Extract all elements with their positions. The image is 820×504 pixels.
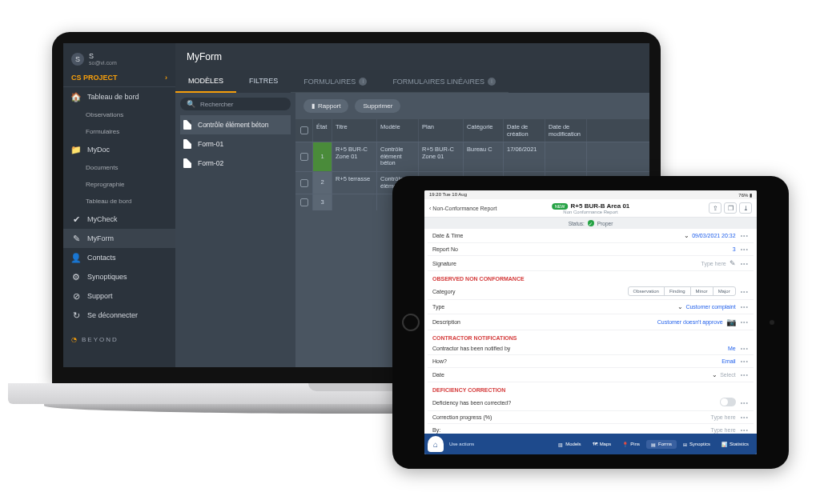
toggle[interactable]: [720, 398, 736, 406]
row-progress[interactable]: Correction progress (%) Type here •••: [428, 411, 754, 424]
pencil-icon[interactable]: ✎: [730, 259, 736, 267]
tab-formulaires[interactable]: FORMULAIRESi: [291, 70, 380, 93]
more-icon[interactable]: •••: [741, 414, 749, 420]
model-item[interactable]: Form-02: [180, 154, 291, 173]
cell: R+5 BUR-C Zone 01: [332, 142, 377, 171]
row-report-no[interactable]: Report No 3 •••: [428, 243, 754, 256]
more-icon[interactable]: •••: [741, 233, 749, 238]
info-icon: i: [359, 78, 367, 86]
sidebar-item-label: Tableau de bord: [87, 93, 139, 101]
row-notified-by[interactable]: Contractor has been notified by Me •••: [428, 342, 754, 355]
back-button[interactable]: ‹ Non-Conformance Report: [429, 206, 497, 211]
tab-filtres[interactable]: FILTRES: [236, 70, 291, 93]
sidebar-item[interactable]: 👤Contacts: [63, 248, 175, 267]
more-icon[interactable]: •••: [741, 261, 749, 266]
segment-option[interactable]: Finding: [665, 287, 691, 295]
checkbox[interactable]: [300, 198, 308, 206]
project-selector[interactable]: CS PROJECT›: [63, 69, 175, 87]
row-signature[interactable]: Signature Type here ✎ •••: [428, 256, 754, 271]
sidebar-item[interactable]: ⊘Support: [63, 286, 175, 306]
nav-icon: ⚙: [71, 272, 81, 282]
segment-option[interactable]: Major: [713, 287, 735, 295]
nav-label: Models: [565, 442, 581, 446]
sidebar-item[interactable]: Formulaires: [63, 123, 175, 140]
user-block[interactable]: S S so@vi.com: [63, 50, 175, 69]
segment-option[interactable]: Observation: [629, 287, 665, 295]
table-header: ÉtatTitreModèlePlanCatégorieDate de créa…: [295, 119, 649, 142]
cell: R+5 terrasse: [332, 172, 377, 194]
sidebar-item[interactable]: ⚙Synoptiques: [63, 267, 175, 286]
sidebar-item[interactable]: Documents: [63, 159, 175, 176]
sidebar-item[interactable]: 🏠Tableau de bord: [63, 87, 175, 106]
section-observed: OBSERVED NON CONFORMANCE: [428, 271, 754, 283]
column-header: Plan: [419, 119, 464, 142]
nav-label: Statistics: [730, 442, 749, 446]
download-button[interactable]: ⤓: [739, 202, 752, 214]
bottom-nav-item[interactable]: ▤Forms: [646, 440, 677, 449]
sidebar-item[interactable]: ✎MyForm: [63, 229, 175, 248]
column-header: Catégorie: [464, 119, 504, 142]
search-placeholder: Rechercher: [200, 101, 233, 108]
ios-status-bar: 19:20 Tue 10 Aug76% ▮: [424, 190, 757, 199]
column-header: Date de modification: [545, 119, 587, 142]
home-button[interactable]: [402, 314, 420, 331]
bottom-nav-item[interactable]: 🗺Maps: [588, 440, 617, 449]
models-column: 🔍 Rechercher Contrôle élément bétonForm-…: [175, 93, 295, 367]
more-icon[interactable]: •••: [741, 358, 749, 364]
more-icon[interactable]: •••: [741, 246, 749, 252]
model-item[interactable]: Contrôle élément béton: [180, 115, 291, 134]
segment-option[interactable]: Minor: [691, 287, 713, 295]
nav-icon: ✔: [71, 214, 81, 224]
row-date-time[interactable]: Date & Time ⌄09/03/2021 20:32 •••: [428, 229, 754, 243]
avatar: S: [71, 53, 84, 66]
category-segmented[interactable]: ObservationFindingMinorMajor: [628, 286, 736, 296]
cell: Contrôle élément béton: [377, 142, 419, 171]
nav-home[interactable]: ⌂: [428, 436, 444, 452]
row-description[interactable]: Description Customer doesn't approve 📷 •…: [428, 314, 754, 330]
nav-label: Synoptics: [689, 442, 710, 446]
checkbox[interactable]: [300, 153, 308, 161]
rapport-button[interactable]: ▮ Rapport: [303, 99, 348, 113]
collapse-label: Use actions: [447, 442, 474, 446]
more-icon[interactable]: •••: [741, 346, 749, 351]
model-item[interactable]: Form-01: [180, 134, 291, 154]
sidebar-item[interactable]: 📁MyDoc: [63, 140, 175, 159]
brand: ◔ BEYOND: [63, 325, 175, 343]
row-corrected[interactable]: Deficiency has been corrected? •••: [428, 394, 754, 411]
share-button[interactable]: ⇪: [709, 202, 722, 214]
row-type[interactable]: Type ⌄Customer complaint •••: [428, 300, 754, 314]
more-icon[interactable]: •••: [741, 427, 749, 433]
row-how[interactable]: How? Email •••: [428, 355, 754, 368]
sidebar-item[interactable]: Tableau de bord: [63, 193, 175, 210]
table-row[interactable]: 1R+5 BUR-C Zone 01Contrôle élément béton…: [295, 142, 649, 171]
sidebar-item[interactable]: Reprographie: [63, 176, 175, 193]
more-icon[interactable]: •••: [741, 372, 749, 378]
bottom-nav-item[interactable]: ▥Models: [553, 440, 585, 449]
sidebar-item-label: Support: [87, 292, 113, 300]
more-icon[interactable]: •••: [741, 400, 749, 406]
bottom-nav-item[interactable]: ⊞Synoptics: [678, 440, 715, 449]
more-icon[interactable]: •••: [741, 289, 749, 294]
row-notif-date[interactable]: Date ⌄Select •••: [428, 368, 754, 382]
more-icon[interactable]: •••: [741, 319, 749, 325]
sidebar-item[interactable]: Observations: [63, 106, 175, 123]
camera-icon[interactable]: 📷: [726, 318, 736, 326]
supprimer-button[interactable]: Supprimer: [355, 99, 400, 113]
sidebar-item[interactable]: ↻Se déconnecter: [63, 306, 175, 325]
bottom-nav-item[interactable]: 📊Statistics: [717, 440, 754, 449]
cell: 17/06/2021: [504, 142, 545, 171]
more-icon[interactable]: •••: [741, 304, 749, 310]
nav-icon: ⊞: [683, 442, 687, 447]
row-category[interactable]: Category ObservationFindingMinorMajor ••…: [428, 283, 754, 300]
checkbox[interactable]: [300, 179, 308, 187]
checkbox[interactable]: [300, 126, 308, 134]
search-input[interactable]: 🔍 Rechercher: [180, 98, 291, 110]
tab-formulaires-lineaires[interactable]: FORMULAIRES LINÉAIRESi: [380, 70, 508, 93]
copy-button[interactable]: ❐: [724, 202, 737, 214]
tab-modeles[interactable]: MODÈLES: [175, 70, 236, 93]
row-index: 1: [313, 142, 332, 171]
sidebar-item[interactable]: ✔MyCheck: [63, 210, 175, 229]
check-icon: ✓: [588, 220, 594, 226]
row-by[interactable]: By: Type here •••: [428, 424, 754, 434]
bottom-nav-item[interactable]: 📍Pins: [617, 440, 645, 449]
